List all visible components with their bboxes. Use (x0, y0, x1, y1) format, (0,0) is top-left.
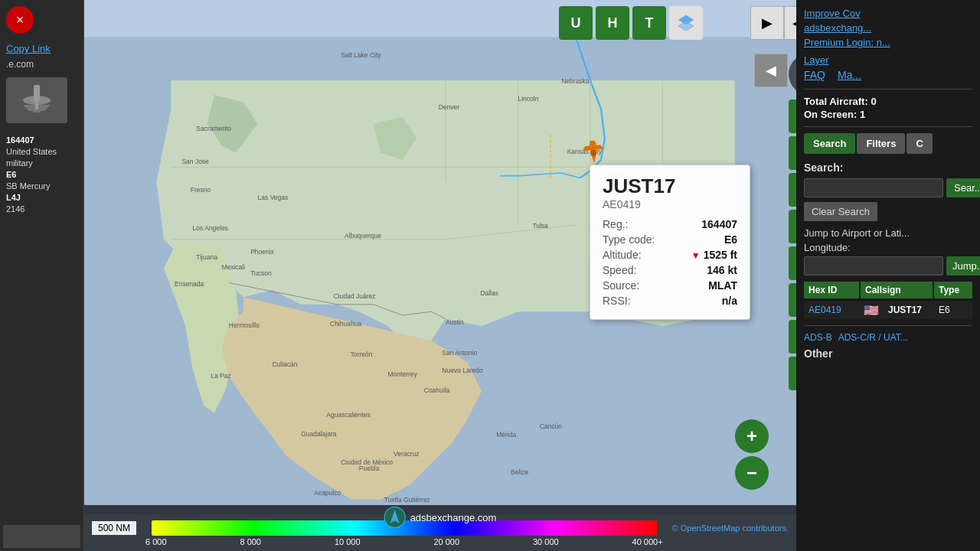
other-label: Other (804, 347, 972, 360)
svg-text:Mérida: Mérida (496, 431, 516, 439)
popup-reg-value: 164407 (701, 218, 737, 230)
site-url: .e.com (0, 57, 83, 71)
popup-source-value: MLAT (708, 279, 737, 292)
faq-link[interactable]: FAQ (804, 69, 825, 81)
svg-rect-3 (35, 102, 38, 109)
altitude-labels: 6 000 8 000 10 000 20 000 30 000 40 000+ (144, 537, 665, 546)
adsbexchange-link[interactable]: adsbexchang... (804, 22, 972, 34)
svg-text:Nebraska: Nebraska (561, 77, 590, 85)
td-hexid: AE0419 (804, 302, 859, 319)
premium-login-link[interactable]: Premium Login: n... (804, 37, 972, 48)
btn-i[interactable]: I (789, 283, 796, 317)
divider-2 (804, 126, 972, 127)
svg-text:San Antonio: San Antonio (442, 349, 477, 357)
side-buttons: ⚙ L O K M P I R F (789, 54, 796, 390)
jump-input[interactable] (804, 256, 943, 276)
svg-text:Ensenada: Ensenada (175, 280, 204, 288)
popup-type-label: Type code: (603, 233, 655, 246)
map-link[interactable]: Ma... (838, 69, 861, 81)
btn-back-arrow[interactable]: ◀ (754, 54, 788, 87)
close-button[interactable]: × (6, 6, 34, 34)
svg-text:San Jose: San Jose (181, 158, 209, 165)
zoom-out-button[interactable]: − (735, 456, 769, 490)
popup-alt-label: Altitude: (603, 249, 642, 261)
aircraft-info-popup: JUST17 AE0419 Reg.: 164407 Type code: E6… (590, 165, 750, 320)
svg-text:Hermosillo: Hermosillo (229, 321, 260, 329)
popup-callsign: JUST17 (603, 174, 737, 198)
jump-button[interactable]: Jump... (946, 256, 980, 276)
zoom-buttons: + − (735, 419, 769, 490)
svg-marker-4 (32, 109, 41, 112)
btn-k[interactable]: K (789, 173, 796, 207)
jump-label: Jump to Airport or Lati... (804, 227, 972, 239)
map-attribution: © OpenStreetMap contributors. (672, 523, 789, 533)
svg-marker-61 (678, 21, 694, 31)
col-callsign[interactable]: Callsign (861, 282, 933, 298)
tab-filters[interactable]: Filters (857, 133, 905, 154)
col-hexid[interactable]: Hex ID (804, 282, 859, 298)
svg-text:Denver: Denver (439, 103, 460, 111)
svg-text:Las Vegas: Las Vegas (258, 194, 289, 201)
btn-m[interactable]: M (789, 210, 796, 243)
adsc-label[interactable]: ADS-C/R / UAT... (838, 332, 908, 343)
btn-r[interactable]: R (789, 320, 796, 354)
search-button[interactable]: Sear... (946, 178, 980, 197)
arrow-forward[interactable]: ▶ (750, 6, 784, 40)
svg-text:Tijuana: Tijuana (196, 253, 217, 261)
adsb-label[interactable]: ADS-B (804, 332, 832, 343)
left-panel: × Copy Link .e.com 164407 United States … (0, 0, 84, 551)
divider-3 (804, 325, 972, 326)
btn-o[interactable]: O (789, 136, 796, 170)
layer-link[interactable]: Layer (804, 54, 972, 66)
popup-hex: AE0419 (603, 198, 737, 210)
td-type: E6 (934, 302, 972, 319)
tab-c[interactable]: C (906, 133, 932, 154)
total-aircraft-stat: Total Aircraft: 0 (804, 96, 972, 107)
left-val2146: 2146 (6, 204, 77, 214)
left-typecode: E6 (6, 170, 77, 179)
svg-text:Guadalajara: Guadalajara (301, 430, 337, 438)
btn-f[interactable]: F (789, 357, 796, 390)
left-aircraft-info: 164407 United States military E6 SB Merc… (0, 129, 83, 222)
btn-layer[interactable] (669, 6, 703, 40)
map-area: Salt Lake City Denver Sacramento San Jos… (84, 0, 796, 551)
svg-text:Phoenix: Phoenix (250, 248, 274, 256)
left-country: United States (6, 147, 77, 156)
divider-1 (804, 89, 972, 90)
search-section-label: Search: (804, 161, 972, 174)
tab-search[interactable]: Search (804, 133, 855, 154)
svg-text:Aguascalientes: Aguascalientes (326, 411, 371, 419)
adsbex-icon (384, 507, 406, 528)
btn-u[interactable]: U (559, 6, 593, 40)
btn-t[interactable]: T (632, 6, 666, 40)
improve-coverage-link[interactable]: Improve Cov (804, 8, 972, 19)
svg-text:La Paz: La Paz (211, 372, 230, 380)
clear-search-button[interactable]: Clear Search (804, 202, 877, 221)
on-screen-stat: On Screen: 1 (804, 109, 972, 120)
popup-alt-value: ▼ 1525 ft (691, 249, 737, 261)
btn-p[interactable]: P (789, 246, 796, 280)
longitude-label: Longitude: (804, 242, 972, 253)
btn-l[interactable]: L (789, 99, 796, 133)
search-row: Sear... (804, 178, 972, 197)
arrow-doublesided[interactable]: ◀▶ (784, 6, 796, 40)
search-input[interactable] (804, 178, 943, 197)
scroll-handle[interactable] (3, 525, 80, 548)
svg-text:Fresno: Fresno (191, 186, 211, 194)
btn-gear[interactable]: ⚙ (789, 54, 796, 95)
svg-text:Lincoln: Lincoln (518, 95, 538, 103)
svg-text:Acapulco: Acapulco (314, 489, 341, 497)
btn-h[interactable]: H (596, 6, 629, 40)
table-row[interactable]: AE0419 🇺🇸 JUST17 E6 (804, 302, 972, 319)
popup-speed-label: Speed: (603, 264, 636, 276)
left-name: SB Mercury (6, 181, 77, 191)
copy-link[interactable]: Copy Link (0, 40, 83, 57)
svg-text:Torreón: Torreón (350, 350, 372, 358)
popup-speed-value: 146 kt (707, 264, 737, 276)
zoom-in-button[interactable]: + (735, 419, 769, 453)
svg-text:Mexicali: Mexicali (221, 263, 245, 271)
svg-text:Chihuahua: Chihuahua (330, 320, 361, 328)
right-panel: Improve Cov adsbexchang... Premium Login… (796, 0, 980, 551)
col-type[interactable]: Type (934, 282, 972, 298)
svg-text:Tulsa: Tulsa (532, 222, 548, 230)
